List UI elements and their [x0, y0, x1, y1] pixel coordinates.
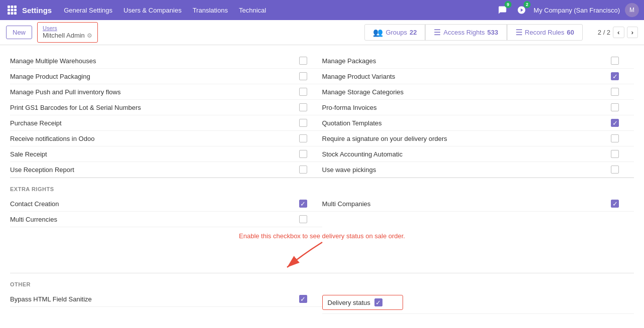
field-row: Use Reception Report	[10, 162, 322, 178]
extra-right-0-checkbox[interactable]: ✓	[611, 200, 619, 208]
svg-rect-1	[11, 6, 14, 8]
right-7-checkbox[interactable]	[611, 166, 619, 174]
left-5-checkbox[interactable]	[299, 134, 307, 142]
field-label: Receive notifications in Odoo	[10, 135, 299, 142]
annotation-text: Enable this checkbox to see delivery sta…	[239, 232, 405, 240]
field-row: Receive notifications in Odoo	[10, 131, 322, 146]
field-label: Stock Accounting Automatic	[322, 150, 611, 158]
right-2-checkbox[interactable]	[611, 88, 619, 96]
activities-button[interactable]: 2	[514, 3, 529, 17]
pagination: 2 / 2 ‹ ›	[598, 27, 638, 38]
breadcrumb-parent[interactable]: Users	[43, 25, 92, 32]
field-row: Manage Product Variants✓	[322, 69, 634, 84]
right-1-checkbox[interactable]: ✓	[611, 72, 619, 80]
field-row: Manage Push and Pull inventory flows	[10, 84, 322, 100]
field-row: Manage Multiple Warehouses	[10, 53, 322, 69]
delivery-status-checkbox[interactable]: ✓	[374, 298, 382, 306]
sub-header: New Users Mitchell Admin ⚙ 👥 Groups 22 ☰…	[0, 20, 644, 45]
user-avatar[interactable]: M	[625, 3, 639, 17]
svg-rect-8	[14, 12, 17, 15]
messages-button[interactable]: 9	[495, 3, 509, 17]
svg-rect-7	[11, 12, 14, 15]
left-0-checkbox[interactable]	[299, 57, 307, 65]
field-row: Delivery status✓	[322, 291, 634, 314]
field-label: Bypass HTML Field Sanitize	[10, 295, 299, 303]
record-rules-tab[interactable]: ☰ Record Rules 60	[507, 24, 583, 41]
field-row: Manage Packages	[322, 53, 634, 69]
field-label: Purchase Receipt	[10, 119, 299, 127]
svg-rect-0	[8, 6, 10, 8]
right-5-checkbox[interactable]	[611, 134, 619, 142]
left-1-checkbox[interactable]	[299, 72, 307, 80]
field-label: Manage Product Packaging	[10, 73, 299, 80]
annotation-area: Enable this checkbox to see delivery sta…	[10, 227, 634, 273]
field-label: Contact Creation	[10, 200, 299, 208]
left-7-checkbox[interactable]	[299, 166, 307, 174]
field-row: Print GS1 Barcodes for Lot & Serial Numb…	[10, 100, 322, 115]
field-row: Manage Storage Categories	[322, 84, 634, 100]
field-label: Manage Storage Categories	[322, 88, 611, 96]
breadcrumb: Users Mitchell Admin ⚙	[37, 22, 98, 43]
field-row: Manage Product Packaging	[10, 69, 322, 84]
field-row: Sale Receipt	[10, 146, 322, 162]
nav-users-companies[interactable]: Users & Companies	[119, 5, 186, 16]
other-header: OTHER	[10, 273, 634, 291]
new-button[interactable]: New	[6, 26, 32, 39]
field-label: Manage Multiple Warehouses	[10, 57, 299, 65]
company-name: My Company (San Francisco)	[534, 7, 620, 14]
svg-rect-3	[8, 9, 10, 12]
svg-rect-2	[14, 6, 17, 8]
field-row: Multi Currencies	[10, 212, 322, 227]
right-0-checkbox[interactable]	[611, 57, 619, 65]
record-icon: ☰	[516, 28, 523, 37]
nav-technical[interactable]: Technical	[235, 5, 270, 16]
field-label: Use wave pickings	[322, 166, 611, 174]
field-row: Require a signature on your delivery ord…	[322, 131, 634, 146]
access-rights-tab[interactable]: ☰ Access Rights 533	[425, 24, 506, 41]
main-content: Manage Multiple WarehousesManage Product…	[0, 45, 644, 328]
nav-general-settings[interactable]: General Settings	[60, 5, 116, 16]
groups-icon: 👥	[373, 28, 383, 37]
field-label: Manage Push and Pull inventory flows	[10, 88, 299, 96]
nav-translations[interactable]: Translations	[189, 5, 232, 16]
other-left-0-checkbox[interactable]: ✓	[299, 295, 307, 303]
field-label: Delivery status	[328, 299, 370, 306]
field-row: Bypass HTML Field Sanitize✓	[10, 291, 322, 307]
extra-left-0-checkbox[interactable]: ✓	[299, 200, 307, 208]
left-2-checkbox[interactable]	[299, 88, 307, 96]
field-label: Pro-forma Invoices	[322, 104, 611, 111]
extra-left-1-checkbox[interactable]	[299, 215, 307, 223]
next-page-button[interactable]: ›	[627, 27, 638, 38]
right-3-checkbox[interactable]	[611, 103, 619, 111]
field-row: Purchase Receipt	[10, 115, 322, 131]
access-icon: ☰	[434, 28, 441, 37]
left-3-checkbox[interactable]	[299, 103, 307, 111]
right-6-checkbox[interactable]	[611, 150, 619, 158]
extra-rights-header: EXTRA RIGHTS	[10, 178, 634, 196]
prev-page-button[interactable]: ‹	[613, 27, 624, 38]
top-navigation: Settings General Settings Users & Compan…	[0, 0, 644, 20]
svg-rect-4	[11, 9, 14, 12]
gear-icon[interactable]: ⚙	[87, 32, 92, 40]
apps-icon[interactable]	[5, 3, 19, 17]
highlighted-delivery-status: Delivery status✓	[322, 295, 403, 310]
breadcrumb-current: Mitchell Admin ⚙	[43, 32, 92, 40]
field-label: Manage Product Variants	[322, 73, 611, 80]
field-row: Use wave pickings	[322, 162, 634, 178]
svg-rect-5	[14, 9, 17, 12]
groups-tab[interactable]: 👥 Groups 22	[364, 24, 425, 41]
other-grid: Bypass HTML Field Sanitize✓Delivery stat…	[10, 291, 634, 314]
annotation-arrow	[272, 240, 372, 270]
brand-label: Settings	[22, 6, 52, 15]
extra-rights-grid: Contact Creation✓Multi CurrenciesMulti C…	[10, 196, 634, 227]
field-row: Multi Companies✓	[322, 196, 634, 212]
left-4-checkbox[interactable]	[299, 119, 307, 127]
field-row: Contact Creation✓	[10, 196, 322, 212]
field-label: Multi Currencies	[10, 216, 299, 223]
left-6-checkbox[interactable]	[299, 150, 307, 158]
field-label: Manage Packages	[322, 57, 611, 65]
stat-tabs: 👥 Groups 22 ☰ Access Rights 533 ☰ Record…	[364, 24, 582, 41]
field-row: Stock Accounting Automatic	[322, 146, 634, 162]
right-4-checkbox[interactable]: ✓	[611, 119, 619, 127]
field-row: Quotation Templates✓	[322, 115, 634, 131]
